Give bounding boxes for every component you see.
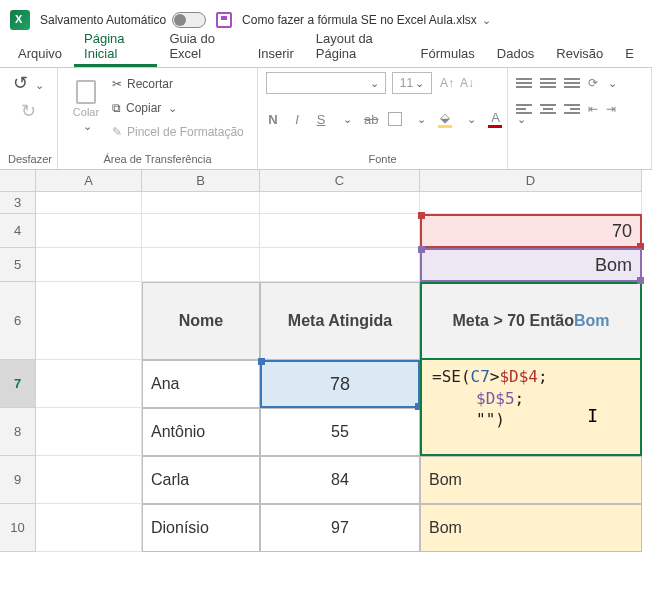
- cell-a3[interactable]: [36, 192, 142, 214]
- cell-c8[interactable]: 55: [260, 408, 420, 456]
- undo-button[interactable]: ↺ ⌄: [13, 72, 44, 94]
- cell-a9[interactable]: [36, 456, 142, 504]
- align-middle-button[interactable]: [540, 78, 556, 88]
- menu-pagina-inicial[interactable]: Página Inicial: [74, 27, 157, 67]
- row-header-7[interactable]: 7: [0, 360, 36, 408]
- menu-arquivo[interactable]: Arquivo: [8, 42, 72, 67]
- cell-b10[interactable]: Dionísio: [142, 504, 260, 552]
- filename[interactable]: Como fazer a fórmula SE no Excel Aula.xl…: [242, 13, 491, 27]
- autosave-label: Salvamento Automático: [40, 13, 166, 27]
- cell-a5[interactable]: [36, 248, 142, 282]
- header-meta-condicao[interactable]: Meta > 70 Então Bom: [420, 282, 642, 360]
- cell-c4[interactable]: [260, 214, 420, 248]
- brush-icon: ✎: [112, 125, 122, 139]
- menu-layout[interactable]: Layout da Página: [306, 27, 409, 67]
- menu-bar: Arquivo Página Inicial Guia do Excel Ins…: [0, 40, 652, 68]
- align-right-button[interactable]: [564, 104, 580, 114]
- underline-button[interactable]: S: [314, 112, 328, 127]
- cell-d10[interactable]: Bom: [420, 504, 642, 552]
- strike-button[interactable]: ab: [364, 112, 378, 127]
- cell-b7[interactable]: Ana: [142, 360, 260, 408]
- text-cursor-icon: I: [587, 404, 598, 428]
- cell-c5[interactable]: [260, 248, 420, 282]
- row-header-3[interactable]: 3: [0, 192, 36, 214]
- align-center-button[interactable]: [540, 104, 556, 114]
- save-icon[interactable]: [216, 12, 232, 28]
- group-desfazer: Desfazer: [8, 151, 49, 167]
- cell-d3[interactable]: [420, 192, 642, 214]
- excel-app-icon: [10, 10, 30, 30]
- decrease-font-icon[interactable]: A↓: [460, 76, 474, 90]
- group-clipboard: Área de Transferência: [66, 151, 249, 167]
- indent-decrease-button[interactable]: ⇤: [588, 102, 598, 116]
- font-family-select[interactable]: ⌄: [266, 72, 386, 94]
- cell-b8[interactable]: Antônio: [142, 408, 260, 456]
- spreadsheet-grid[interactable]: A B C D 3 4 70 5 Bom 6 Nome Meta Atingid…: [0, 170, 652, 552]
- cell-b5[interactable]: [142, 248, 260, 282]
- row-header-9[interactable]: 9: [0, 456, 36, 504]
- format-painter-button[interactable]: ✎ Pincel de Formatação: [112, 122, 244, 142]
- orientation-button[interactable]: ⟳: [588, 76, 598, 90]
- chevron-down-icon[interactable]: ⌄: [83, 120, 92, 133]
- cell-c9[interactable]: 84: [260, 456, 420, 504]
- menu-exibir[interactable]: E: [615, 42, 644, 67]
- header-nome[interactable]: Nome: [142, 282, 260, 360]
- col-header-a[interactable]: A: [36, 170, 142, 192]
- cell-a7[interactable]: [36, 360, 142, 408]
- row-header-10[interactable]: 10: [0, 504, 36, 552]
- row-header-6[interactable]: 6: [0, 282, 36, 360]
- cell-b9[interactable]: Carla: [142, 456, 260, 504]
- menu-revisao[interactable]: Revisão: [546, 42, 613, 67]
- cell-d4[interactable]: 70: [420, 214, 642, 248]
- chevron-down-icon[interactable]: ⌄: [482, 14, 491, 26]
- cell-a10[interactable]: [36, 504, 142, 552]
- clipboard-icon: [76, 80, 96, 104]
- copy-button[interactable]: ⧉ Copiar ⌄: [112, 98, 244, 118]
- cell-c7[interactable]: 78: [260, 360, 420, 408]
- menu-formulas[interactable]: Fórmulas: [411, 42, 485, 67]
- menu-inserir[interactable]: Inserir: [248, 42, 304, 67]
- cell-a4[interactable]: [36, 214, 142, 248]
- border-button[interactable]: [388, 112, 402, 126]
- col-header-c[interactable]: C: [260, 170, 420, 192]
- font-color-button[interactable]: A: [488, 110, 502, 128]
- cell-c3[interactable]: [260, 192, 420, 214]
- select-all-corner[interactable]: [0, 170, 36, 192]
- cell-a8[interactable]: [36, 408, 142, 456]
- col-header-d[interactable]: D: [420, 170, 642, 192]
- paste-button[interactable]: Colar ⌄: [66, 72, 106, 140]
- cell-b4[interactable]: [142, 214, 260, 248]
- align-bottom-button[interactable]: [564, 78, 580, 88]
- cell-b3[interactable]: [142, 192, 260, 214]
- row-header-8[interactable]: 8: [0, 408, 36, 456]
- chevron-down-icon[interactable]: ⌄: [168, 102, 177, 115]
- bold-button[interactable]: N: [266, 112, 280, 127]
- increase-font-icon[interactable]: A↑: [440, 76, 454, 90]
- cut-button[interactable]: ✂ Recortar: [112, 74, 244, 94]
- row-header-4[interactable]: 4: [0, 214, 36, 248]
- group-font: Fonte: [266, 151, 499, 167]
- autosave-control[interactable]: Salvamento Automático: [40, 12, 206, 28]
- ribbon: ↺ ⌄ ↻ Desfazer Colar ⌄ ✂ Recortar ⧉ Copi…: [0, 68, 652, 170]
- align-top-button[interactable]: [516, 78, 532, 88]
- header-meta-atingida[interactable]: Meta Atingida: [260, 282, 420, 360]
- align-left-button[interactable]: [516, 104, 532, 114]
- cell-c10[interactable]: 97: [260, 504, 420, 552]
- col-header-b[interactable]: B: [142, 170, 260, 192]
- italic-button[interactable]: I: [290, 112, 304, 127]
- menu-dados[interactable]: Dados: [487, 42, 545, 67]
- cell-a6[interactable]: [36, 282, 142, 360]
- fill-color-button[interactable]: ⬙: [438, 110, 452, 128]
- cell-d5[interactable]: Bom: [420, 248, 642, 282]
- redo-button[interactable]: ↻: [21, 100, 36, 122]
- row-header-5[interactable]: 5: [0, 248, 36, 282]
- scissors-icon: ✂: [112, 77, 122, 91]
- cell-d7-formula-edit[interactable]: =SE(C7>$D$4; $D$5; "") I: [420, 360, 642, 456]
- menu-guia-excel[interactable]: Guia do Excel: [159, 27, 245, 67]
- autosave-toggle[interactable]: [172, 12, 206, 28]
- cell-d9[interactable]: Bom: [420, 456, 642, 504]
- font-size-select[interactable]: 11⌄: [392, 72, 432, 94]
- indent-increase-button[interactable]: ⇥: [606, 102, 616, 116]
- copy-icon: ⧉: [112, 101, 121, 115]
